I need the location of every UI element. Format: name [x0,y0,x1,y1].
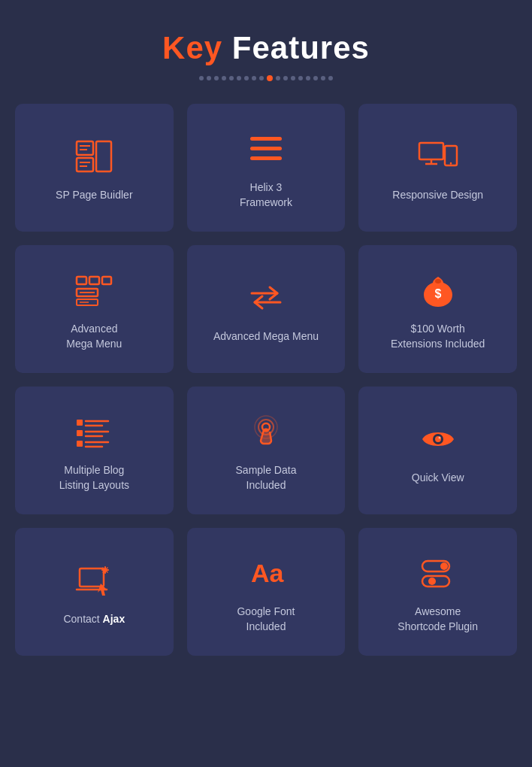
svg-rect-2 [96,141,111,171]
pagination-dot[interactable] [321,76,325,80]
svg-point-39 [263,429,269,432]
pagination-dot[interactable] [237,76,241,80]
font-icon: Aa [246,555,286,591]
pagination-dot[interactable] [199,76,204,80]
pagination-dot[interactable] [222,76,226,80]
pagination-dot[interactable] [328,76,333,80]
svg-rect-33 [77,441,83,447]
svg-point-42 [438,437,440,439]
feature-card-sample-data: Sample DataIncluded [187,387,346,514]
contact-ajax-icon [74,562,114,599]
feature-label-sample-data: Sample DataIncluded [236,463,297,493]
svg-rect-17 [89,277,99,284]
feature-card-quick-view: Quick View [358,387,517,514]
feature-label-blog: Multiple BlogListing Layouts [59,463,129,493]
feature-label-google-font: Google FontIncluded [237,605,295,634]
feature-label-sp-page-builder: SP Page Buidler [56,188,132,203]
svg-rect-7 [250,137,282,141]
svg-point-25 [435,279,441,283]
feature-card-responsive: Responsive Design [358,104,517,232]
svg-text:Aa: Aa [251,559,285,587]
touch-icon [246,414,286,450]
feature-card-contact-ajax: Contact Ajax [15,528,174,656]
feature-label-contact-ajax: Contact Ajax [63,612,125,627]
features-grid: SP Page Buidler Helix 3Framework [15,104,517,656]
feature-label-rtl: Advanced Mega Menu [213,329,319,344]
eye-icon [418,421,458,457]
pagination-dot[interactable] [313,76,318,80]
pagination-dot[interactable] [244,76,249,80]
feature-card-helix-3: Helix 3Framework [187,104,346,232]
svg-point-54 [428,578,436,585]
pagination-dot[interactable] [267,75,273,81]
pagination-dot[interactable] [259,76,264,80]
feature-label-helix-3: Helix 3Framework [240,180,292,210]
svg-rect-10 [419,143,443,159]
pagination-dot[interactable] [229,76,234,80]
money-bag-icon: $ [418,272,458,308]
pagination-dot[interactable] [214,76,219,80]
svg-rect-18 [102,277,111,284]
svg-rect-9 [250,156,282,160]
feature-card-mega-menu: AdvancedMega Menu [15,245,174,373]
responsive-icon [418,138,458,174]
blog-list-icon [74,414,114,450]
mega-menu-icon [74,272,114,308]
svg-point-52 [440,562,448,570]
svg-rect-15 [446,149,455,162]
feature-label-extensions: $100 WorthExtensions Included [391,322,485,351]
feature-card-rtl: Advanced Mega Menu [187,245,346,373]
pagination-dot[interactable] [283,76,288,80]
dots-pagination [15,75,517,81]
feature-label-mega-menu: AdvancedMega Menu [66,322,122,351]
svg-rect-1 [77,158,93,171]
page-header: Key Features [15,30,517,66]
svg-rect-8 [250,147,282,150]
feature-label-shortcode: AwesomeShortcode Plugin [397,605,478,634]
feature-card-google-font: Aa Google FontIncluded [187,528,346,656]
page-builder-icon [74,138,114,174]
page-title: Key Features [15,30,517,66]
rtl-icon [246,280,286,316]
svg-rect-16 [77,277,86,284]
feature-label-responsive: Responsive Design [392,188,483,203]
feature-card-sp-page-builder: SP Page Buidler [15,104,174,232]
pagination-dot[interactable] [252,76,256,80]
pagination-dot[interactable] [298,76,303,80]
pagination-dot[interactable] [306,76,310,80]
pagination-dot[interactable] [291,76,295,80]
pagination-dot[interactable] [207,76,211,80]
feature-label-quick-view: Quick View [412,471,464,486]
svg-rect-27 [77,420,83,426]
toggle-icon [418,555,458,591]
feature-card-shortcode: AwesomeShortcode Plugin [358,528,517,656]
hamburger-icon [246,131,286,167]
svg-rect-43 [80,568,104,587]
feature-card-blog: Multiple BlogListing Layouts [15,387,174,514]
feature-card-extensions: $ $100 WorthExtensions Included [358,245,517,373]
pagination-dot[interactable] [276,76,280,80]
svg-rect-0 [77,141,93,155]
svg-text:$: $ [434,287,441,300]
svg-rect-30 [77,430,83,436]
